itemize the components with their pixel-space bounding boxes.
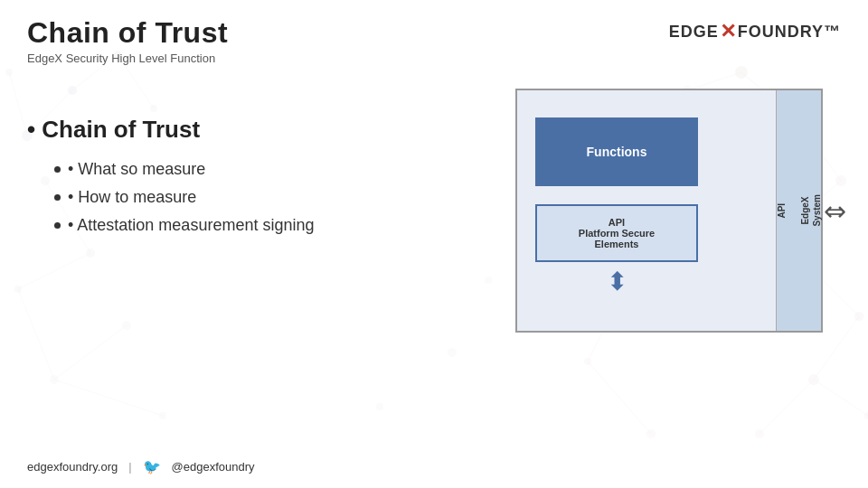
main-content: • Chain of Trust • What so measure • How… (0, 70, 868, 342)
footer-handle: @edgexfoundry (172, 460, 255, 474)
footer: edgexfoundry.org | 🐦 @edgexfoundry (27, 458, 255, 475)
bullet-item-1: • What so measure (54, 160, 479, 179)
bullet-item-2: • How to measure (54, 188, 479, 207)
diagram-sidebar: APIEdgeXSystem ⇔ (776, 90, 821, 331)
footer-link: edgexfoundry.org (27, 460, 118, 474)
diagram-inner-wrapper: Functions APIPlatform SecureElements ⬍ A… (517, 90, 821, 331)
svg-point-46 (376, 403, 383, 410)
twitter-icon: 🐦 (143, 458, 161, 475)
functions-box: Functions (535, 117, 698, 186)
svg-line-43 (588, 361, 651, 434)
title-block: Chain of Trust EdgeX Security High Level… (27, 16, 228, 65)
bullet-dot-3 (54, 222, 61, 229)
logo-suffix: FOUNDRY™ (738, 23, 841, 42)
main-bullet: • Chain of Trust (27, 116, 479, 144)
svg-point-9 (50, 375, 59, 384)
left-panel: • Chain of Trust • What so measure • How… (27, 80, 479, 333)
diagram-panel: Functions APIPlatform SecureElements ⬍ A… (497, 80, 841, 333)
arrow-down: ⬍ (535, 267, 698, 296)
diagram-outer-box: Functions APIPlatform SecureElements ⬍ A… (515, 89, 823, 333)
api-label: APIPlatform SecureElements (579, 217, 655, 249)
svg-point-27 (755, 429, 764, 438)
svg-point-32 (646, 429, 656, 438)
svg-point-28 (864, 412, 868, 419)
bullet-dot-1 (54, 166, 61, 173)
svg-point-45 (448, 348, 457, 357)
page-subtitle: EdgeX Security High Level Function (27, 52, 228, 65)
api-box: APIPlatform SecureElements (535, 204, 698, 262)
bullet-item-3: • Attestation measurement signing (54, 216, 479, 235)
footer-divider: | (128, 460, 131, 474)
svg-point-31 (584, 358, 591, 365)
svg-point-26 (808, 374, 819, 385)
header: Chain of Trust EdgeX Security High Level… (0, 0, 868, 70)
diagram-left: Functions APIPlatform SecureElements ⬍ (517, 90, 776, 331)
page-title: Chain of Trust (27, 16, 228, 50)
svg-point-10 (159, 412, 166, 419)
logo: EDGE ✕ FOUNDRY™ (669, 20, 841, 43)
sub-bullets: • What so measure • How to measure • Att… (27, 160, 479, 235)
svg-line-39 (760, 380, 814, 434)
arrow-right: ⇔ (824, 195, 846, 227)
sidebar-label: APIEdgeXSystem (776, 194, 823, 227)
svg-line-40 (814, 380, 868, 416)
logo-x: ✕ (720, 20, 737, 43)
bullet-dot-2 (54, 194, 61, 201)
svg-line-19 (54, 380, 163, 416)
logo-prefix: EDGE (669, 23, 719, 42)
